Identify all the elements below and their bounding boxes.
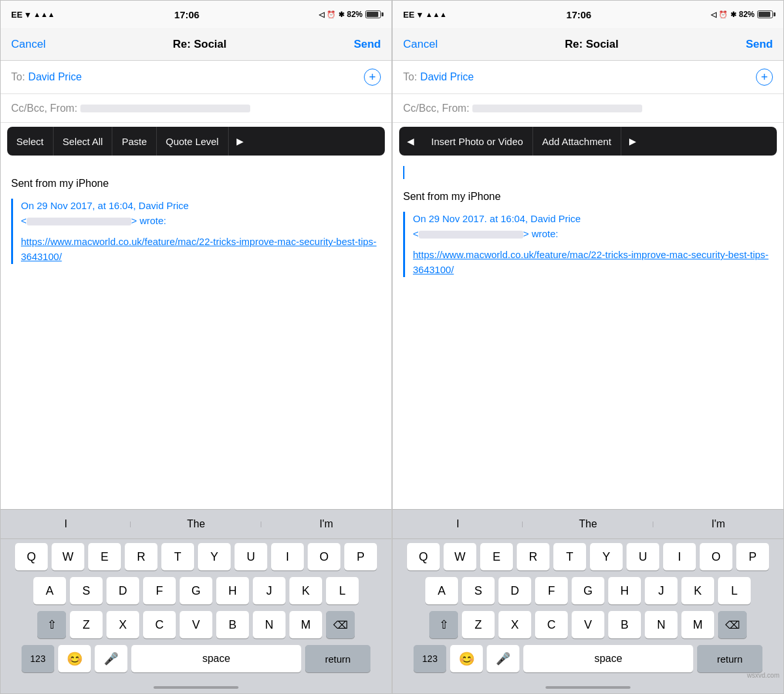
key-Z-right[interactable]: Z	[462, 611, 495, 638]
to-field-left[interactable]: To: David Price +	[1, 61, 391, 94]
key-S-right[interactable]: S	[462, 577, 495, 604]
key-V-left[interactable]: V	[180, 611, 212, 638]
key-A-right[interactable]: A	[425, 577, 458, 604]
delete-key-right[interactable]: ⌫	[718, 611, 747, 638]
key-L-left[interactable]: L	[326, 577, 359, 604]
emoji-key-left[interactable]: 😊	[58, 645, 91, 672]
select-all-button-left[interactable]: Select All	[54, 127, 113, 156]
key-row-4-left: 123 😊 🎤 space return	[3, 645, 389, 672]
cc-field-right[interactable]: Cc/Bcc, From:	[393, 94, 783, 123]
key-Z-left[interactable]: Z	[70, 611, 103, 638]
key-B-left[interactable]: B	[216, 611, 249, 638]
key-M-right[interactable]: M	[681, 611, 714, 638]
key-row-2-left: A S D F G H J K L	[3, 577, 389, 604]
suggestion-The-left[interactable]: The	[131, 518, 261, 530]
delete-key-left[interactable]: ⌫	[326, 611, 355, 638]
num-key-left[interactable]: 123	[22, 645, 54, 672]
key-J-left[interactable]: J	[253, 577, 286, 604]
key-O-left[interactable]: O	[308, 543, 340, 570]
to-field-right[interactable]: To: David Price +	[393, 61, 783, 94]
send-button-left[interactable]: Send	[353, 38, 381, 51]
key-U-left[interactable]: U	[235, 543, 267, 570]
insert-photo-button[interactable]: Insert Photo or Video	[422, 127, 533, 156]
suggestion-I-left[interactable]: I	[1, 518, 131, 530]
space-key-right[interactable]: space	[523, 645, 693, 672]
mic-key-left[interactable]: 🎤	[95, 645, 127, 672]
cc-field-left[interactable]: Cc/Bcc, From:	[1, 94, 391, 123]
add-attachment-button[interactable]: Add Attachment	[533, 127, 621, 156]
toolbar-next-right[interactable]: ▶	[621, 127, 644, 156]
return-key-right[interactable]: return	[697, 645, 762, 672]
key-V-right[interactable]: V	[572, 611, 604, 638]
toolbar-next-left[interactable]: ▶	[229, 127, 252, 156]
key-G-right[interactable]: G	[572, 577, 604, 604]
send-button-right[interactable]: Send	[745, 38, 773, 51]
cancel-button-right[interactable]: Cancel	[403, 38, 438, 51]
key-E-right[interactable]: E	[480, 543, 513, 570]
suggestion-Im-right[interactable]: I'm	[653, 518, 783, 530]
key-X-right[interactable]: X	[498, 611, 531, 638]
email-body-right[interactable]: Sent from my iPhone On 29 Nov 2017. at 1…	[393, 158, 783, 509]
add-recipient-button-right[interactable]: +	[756, 69, 773, 86]
space-key-left[interactable]: space	[131, 645, 301, 672]
cancel-button-left[interactable]: Cancel	[11, 38, 46, 51]
key-R-left[interactable]: R	[125, 543, 157, 570]
key-Q-left[interactable]: Q	[15, 543, 48, 570]
key-K-left[interactable]: K	[289, 577, 322, 604]
key-P-right[interactable]: P	[736, 543, 769, 570]
key-W-left[interactable]: W	[52, 543, 84, 570]
key-N-left[interactable]: N	[253, 611, 286, 638]
paste-button-left[interactable]: Paste	[112, 127, 156, 156]
battery-percent-left: 82%	[347, 10, 363, 19]
mic-key-right[interactable]: 🎤	[487, 645, 519, 672]
emoji-key-right[interactable]: 😊	[450, 645, 483, 672]
key-A-left[interactable]: A	[33, 577, 66, 604]
return-key-left[interactable]: return	[305, 645, 370, 672]
key-N-right[interactable]: N	[645, 611, 678, 638]
key-B-right[interactable]: B	[608, 611, 641, 638]
key-T-left[interactable]: T	[161, 543, 194, 570]
key-F-right[interactable]: F	[535, 577, 568, 604]
toolbar-back-right[interactable]: ◀	[399, 127, 422, 156]
key-M-left[interactable]: M	[289, 611, 322, 638]
select-button-left[interactable]: Select	[7, 127, 54, 156]
location-icon-right: ◁	[711, 10, 716, 19]
key-R-right[interactable]: R	[517, 543, 549, 570]
key-G-left[interactable]: G	[180, 577, 212, 604]
shift-key-left[interactable]: ⇧	[37, 611, 66, 638]
key-X-left[interactable]: X	[106, 611, 139, 638]
suggestion-I-right[interactable]: I	[393, 518, 523, 530]
key-Y-right[interactable]: Y	[590, 543, 623, 570]
key-K-right[interactable]: K	[681, 577, 714, 604]
key-C-right[interactable]: C	[535, 611, 568, 638]
key-L-right[interactable]: L	[718, 577, 751, 604]
key-P-left[interactable]: P	[344, 543, 377, 570]
key-D-left[interactable]: D	[106, 577, 139, 604]
right-phone: wsxvd.com EE ▾ ▲▲▲ 17:06 ◁ ⏰ ✱ 82% Cance…	[392, 0, 784, 694]
key-W-right[interactable]: W	[444, 543, 476, 570]
key-D-right[interactable]: D	[498, 577, 531, 604]
key-F-left[interactable]: F	[143, 577, 176, 604]
key-T-right[interactable]: T	[553, 543, 586, 570]
key-Q-right[interactable]: Q	[407, 543, 440, 570]
key-I-right[interactable]: I	[663, 543, 696, 570]
nav-bar-left: Cancel Re: Social Send	[1, 28, 391, 61]
key-J-right[interactable]: J	[645, 577, 678, 604]
shift-key-right[interactable]: ⇧	[429, 611, 458, 638]
key-S-left[interactable]: S	[70, 577, 103, 604]
num-key-right[interactable]: 123	[414, 645, 446, 672]
key-I-left[interactable]: I	[271, 543, 304, 570]
suggestion-Im-left[interactable]: I'm	[261, 518, 391, 530]
key-H-left[interactable]: H	[216, 577, 249, 604]
suggestion-The-right[interactable]: The	[523, 518, 653, 530]
key-E-left[interactable]: E	[88, 543, 121, 570]
key-O-right[interactable]: O	[700, 543, 732, 570]
key-C-left[interactable]: C	[143, 611, 176, 638]
key-U-right[interactable]: U	[627, 543, 659, 570]
quote-link-left: https://www.macworld.co.uk/feature/mac/2…	[21, 235, 381, 264]
key-Y-left[interactable]: Y	[198, 543, 231, 570]
add-recipient-button-left[interactable]: +	[364, 69, 381, 86]
email-body-left[interactable]: Sent from my iPhone On 29 Nov 2017, at 1…	[1, 158, 391, 509]
quote-level-button-left[interactable]: Quote Level	[157, 127, 229, 156]
key-H-right[interactable]: H	[608, 577, 641, 604]
